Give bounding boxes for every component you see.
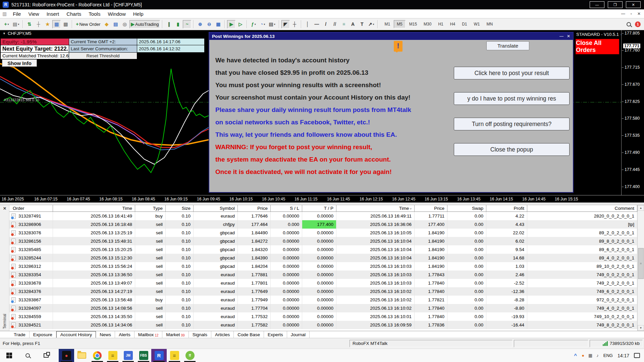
column-header-11[interactable]: Profit	[486, 205, 527, 212]
mirc-taskbar-button[interactable]: ff	[182, 349, 198, 362]
news-button[interactable]: ◎	[120, 20, 129, 28]
taskbar-clock[interactable]: 14:17	[618, 353, 629, 358]
column-header-12[interactable]: Comment	[527, 205, 637, 212]
menu-view[interactable]: View	[24, 11, 43, 17]
column-header-2[interactable]: Type	[135, 205, 166, 212]
column-header-5[interactable]: Price	[238, 205, 271, 212]
column-header-9[interactable]: Price	[415, 205, 447, 212]
timeframe-d1-button[interactable]: D1	[459, 20, 470, 28]
scroll-up-icon[interactable]: ▲	[638, 205, 644, 211]
data-window-button[interactable]: ┼	[34, 20, 43, 28]
tab-market[interactable]: Market99	[162, 331, 189, 338]
tab-code-base[interactable]: Code Base	[234, 331, 264, 338]
notepad-2-taskbar-button[interactable]: ≡	[167, 349, 182, 362]
tab-mailbox[interactable]: Mailbox12	[135, 331, 163, 338]
tile-windows-button[interactable]: ▦	[214, 20, 222, 28]
periods-button[interactable]: ◔▾	[258, 20, 267, 28]
scrollbar-thumb[interactable]: ≡	[638, 248, 644, 279]
timeframe-h1-button[interactable]: H1	[435, 20, 446, 28]
table-row[interactable]: 3132852442025.06.13 15:12:30sell0.10gbpc…	[9, 254, 637, 262]
equidistant-channel-button[interactable]: //	[331, 20, 339, 28]
line-chart-button[interactable]: ~	[183, 20, 191, 28]
bar-chart-button[interactable]: ∥	[165, 20, 173, 28]
start-button[interactable]	[0, 349, 18, 362]
notepad-taskbar-button[interactable]: ≡	[105, 349, 120, 362]
post-result-button[interactable]: Click here to post your result	[454, 67, 570, 79]
text-label-button[interactable]: T	[358, 20, 366, 28]
close-all-orders-button[interactable]: Close All Orders	[576, 39, 619, 54]
timeframe-m1-button[interactable]: M1	[381, 20, 393, 28]
file-explorer-taskbar-button[interactable]	[74, 349, 90, 362]
crosshair-button[interactable]: ┼	[290, 20, 299, 28]
table-row[interactable]: 3132863122025.06.13 15:56:24sell0.10gbpc…	[9, 262, 637, 270]
popup-minimize-icon[interactable]: —	[559, 34, 564, 39]
table-row[interactable]: 3132830762025.06.13 13:25:19sell0.10gbpc…	[9, 229, 637, 237]
chart-shift-button[interactable]: ▷	[236, 20, 245, 28]
table-row[interactable]: 3132874912025.06.13 16:41:49buy0.10eurau…	[9, 212, 637, 220]
fibonacci-button[interactable]: ≡	[340, 20, 348, 28]
taskbar-search-button[interactable]	[18, 349, 37, 362]
zoom-out-button[interactable]: ⊖	[205, 20, 213, 28]
metaeditor-button[interactable]: ◆	[102, 20, 111, 28]
trendline-button[interactable]: /	[322, 20, 330, 28]
terminal-panel-button[interactable]: ▥	[52, 20, 61, 28]
show-info-button[interactable]: Show Info	[2, 59, 37, 67]
table-scrollbar[interactable]: ▲ ≡ ▼	[637, 205, 644, 331]
table-row[interactable]: 3132840972025.06.13 14:08:56sell0.10eura…	[9, 304, 637, 312]
text-button[interactable]: A	[349, 20, 357, 28]
child-close-icon[interactable]: ✕	[637, 11, 641, 16]
zoom-in-button[interactable]: ⊕	[196, 20, 204, 28]
tab-signals[interactable]: Signals	[189, 331, 211, 338]
cursor-button[interactable]: ◤	[281, 20, 290, 28]
new-order-button[interactable]: +New Order	[74, 20, 102, 28]
screen-recorder-taskbar-button[interactable]: ●	[59, 349, 74, 362]
notification-badge[interactable]: 1	[635, 21, 641, 27]
terminal-close-button[interactable]: ✕	[3, 206, 6, 211]
panel-splitter[interactable]	[0, 202, 644, 205]
tab-alerts[interactable]: Alerts	[115, 331, 135, 338]
menu-help[interactable]: Help	[129, 11, 147, 17]
tray-expand-icon[interactable]: ^	[574, 353, 577, 358]
strategy-tester-button[interactable]: ▧	[61, 20, 70, 28]
jm-app-taskbar-button[interactable]: JM	[120, 349, 136, 362]
reset-threshold-button[interactable]: Reset Threshold	[69, 53, 137, 59]
menu-tools[interactable]: Tools	[85, 11, 104, 17]
tray-app-icon[interactable]: ▦	[588, 353, 592, 358]
column-header-10[interactable]: Swap	[447, 205, 486, 212]
timeframe-w1-button[interactable]: W1	[471, 20, 483, 28]
menu-insert[interactable]: Insert	[43, 11, 63, 17]
indicators-button[interactable]: ƒ▾	[249, 20, 258, 28]
tab-trade[interactable]: Trade	[10, 331, 30, 338]
menu-window[interactable]: Window	[104, 11, 129, 17]
task-view-button[interactable]	[37, 349, 55, 362]
column-header-0[interactable]: Order	[9, 205, 53, 212]
scroll-down-icon[interactable]: ▼	[638, 325, 644, 331]
profiles-button[interactable]: ▤▾	[11, 20, 20, 28]
table-row[interactable]: 3132861562025.06.13 15:48:31sell0.10gbpc…	[9, 237, 637, 245]
action-center-icon[interactable]	[634, 353, 640, 358]
column-header-7[interactable]: T / P	[302, 205, 336, 212]
why-post-button[interactable]: y do I have to post my winning res	[454, 92, 570, 105]
navigator-button[interactable]: ★	[43, 20, 52, 28]
close-popup-button[interactable]: Close the popup	[454, 143, 570, 156]
close-button[interactable]: ✕	[626, 1, 641, 8]
tab-journal[interactable]: Journal	[287, 331, 310, 338]
timeframe-h4-button[interactable]: H4	[447, 20, 458, 28]
tab-account-history[interactable]: Account History	[56, 331, 96, 338]
symbol-label[interactable]: ▼ CHFJPY,M5	[3, 31, 31, 36]
child-restore-icon[interactable]: ▫	[631, 11, 632, 16]
autotrading-button[interactable]: ▶AutoTrading	[129, 20, 160, 28]
table-row[interactable]: 3132845592025.06.13 14:35:50sell0.10eura…	[9, 312, 637, 321]
language-indicator[interactable]: ENG	[603, 353, 613, 358]
templates-button[interactable]: ▤▾	[267, 20, 276, 28]
tab-articles[interactable]: Articles	[211, 331, 234, 338]
tray-recorder-icon[interactable]: ●	[582, 353, 584, 358]
restore-button[interactable]: ❐	[608, 1, 623, 8]
minimize-button[interactable]: —	[590, 1, 604, 8]
menu-file[interactable]: File	[9, 11, 24, 17]
mt4-terminal-taskbar-button[interactable]: R	[151, 349, 167, 362]
vertical-line-button[interactable]: │	[304, 20, 312, 28]
new-chart-button[interactable]: +▾	[2, 20, 11, 28]
column-header-4[interactable]: Symbol	[194, 205, 238, 212]
tab-news[interactable]: News	[96, 331, 115, 338]
